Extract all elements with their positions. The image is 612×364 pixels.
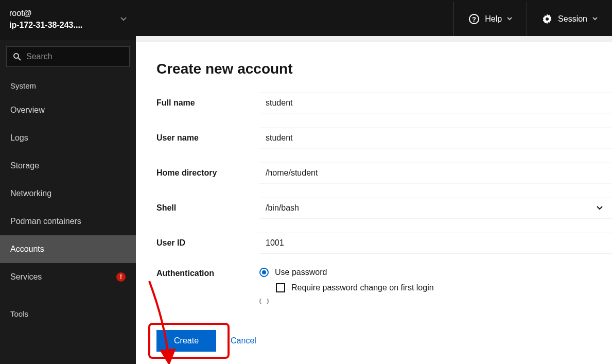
sidebar-item-overview[interactable]: Overview — [0, 96, 136, 124]
help-label: Help — [485, 14, 502, 24]
chevron-down-icon — [120, 17, 127, 21]
full-name-input[interactable] — [259, 93, 612, 113]
session-label: Session — [558, 14, 587, 24]
sidebar-item-podman[interactable]: Podman containers — [0, 207, 136, 235]
content-divider — [136, 36, 612, 42]
form-footer: Create Cancel — [136, 318, 612, 364]
sidebar-item-label: Podman containers — [10, 217, 81, 226]
shell-select[interactable] — [259, 198, 612, 218]
user-id-input[interactable] — [259, 233, 612, 253]
page-title: Create new account — [156, 61, 612, 77]
host-label: root@ ip-172-31-38-243.... — [9, 7, 82, 31]
search-input-wrap[interactable] — [6, 46, 130, 67]
create-button[interactable]: Create — [156, 330, 216, 352]
nav-section-tools: Tools — [0, 304, 136, 324]
sidebar-item-accounts[interactable]: Accounts — [0, 235, 136, 263]
search-input[interactable] — [26, 52, 129, 61]
radio-icon — [259, 268, 269, 277]
auth-radio-other[interactable] — [259, 299, 612, 304]
svg-text:?: ? — [472, 15, 476, 23]
svg-line-1 — [18, 58, 21, 60]
label-shell: Shell — [156, 203, 259, 213]
label-full-name: Full name — [156, 98, 259, 108]
sidebar-item-label: Logs — [10, 133, 28, 143]
help-icon: ? — [468, 13, 480, 25]
search-icon — [13, 53, 21, 61]
auth-checkbox-require-change[interactable]: Require password change on first login — [276, 283, 612, 292]
sidebar-item-services[interactable]: Services ! — [0, 263, 136, 291]
sidebar-item-label: Services — [10, 272, 42, 282]
user-name-input[interactable] — [259, 128, 612, 148]
label-user-name: User name — [156, 133, 259, 143]
label-home-dir: Home directory — [156, 168, 259, 178]
sidebar-item-label: Networking — [10, 189, 51, 198]
sidebar: root@ ip-172-31-38-243.... System Overvi… — [0, 0, 136, 364]
checkbox-label: Require password change on first login — [291, 283, 434, 292]
cancel-button[interactable]: Cancel — [231, 336, 256, 345]
svg-point-0 — [14, 54, 19, 58]
sidebar-item-logs[interactable]: Logs — [0, 124, 136, 152]
checkbox-icon — [276, 283, 285, 292]
gear-icon — [541, 13, 553, 25]
sidebar-item-label: Overview — [10, 106, 45, 115]
home-dir-input[interactable] — [259, 163, 612, 183]
svg-point-5 — [546, 18, 549, 21]
label-authentication: Authentication — [156, 268, 259, 278]
page-content: Create new account Full name User name H… — [136, 42, 612, 364]
label-user-id: User ID — [156, 238, 259, 248]
host-selector[interactable]: root@ ip-172-31-38-243.... — [0, 0, 136, 40]
sidebar-item-storage[interactable]: Storage — [0, 152, 136, 180]
alert-badge-icon: ! — [116, 272, 126, 282]
radio-label: Use password — [275, 268, 327, 277]
chevron-down-icon — [507, 17, 512, 21]
chevron-down-icon — [592, 17, 598, 21]
radio-icon — [259, 299, 269, 304]
help-menu[interactable]: ? Help — [453, 2, 527, 36]
sidebar-item-label: Storage — [10, 161, 39, 170]
auth-radio-use-password[interactable]: Use password — [259, 268, 612, 277]
nav-section-system: System — [0, 76, 136, 96]
sidebar-item-networking[interactable]: Networking — [0, 180, 136, 207]
session-menu[interactable]: Session — [527, 2, 612, 36]
sidebar-item-label: Accounts — [10, 245, 44, 254]
topbar: ? Help Session — [136, 0, 612, 36]
